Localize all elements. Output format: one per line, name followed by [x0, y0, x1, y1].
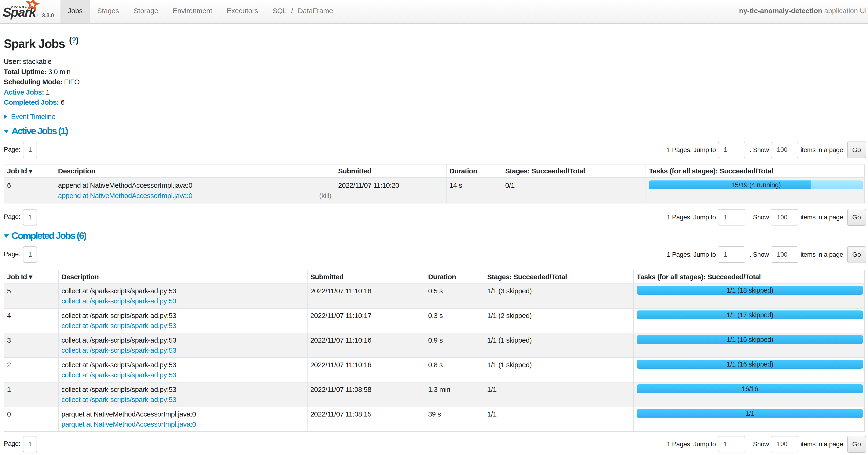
- svg-text:TM: TM: [35, 13, 38, 16]
